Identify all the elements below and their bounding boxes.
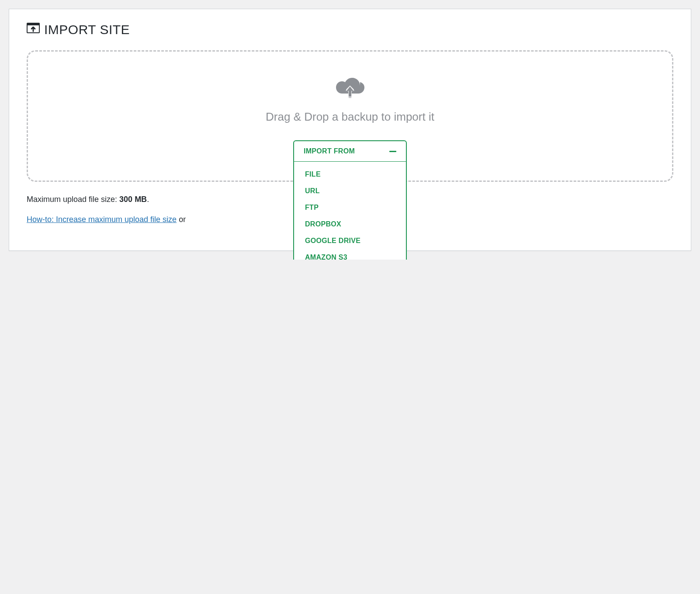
import-option-amazon-s3[interactable]: AMAZON S3 [294,249,406,260]
max-upload-label: Maximum upload file size: [27,195,119,204]
import-option-google-drive[interactable]: GOOGLE DRIVE [294,233,406,249]
import-option-ftp[interactable]: FTP [294,199,406,216]
import-icon [27,23,40,37]
import-from-dropdown: IMPORT FROM FILE URL FTP DROPBOX GOOGLE … [293,140,407,260]
panel-header: IMPORT SITE [27,22,673,37]
help-or-text: or [177,215,186,224]
period: . [147,195,149,204]
import-site-panel: IMPORT SITE Drag & Drop a backup to impo… [9,9,691,251]
import-from-label: IMPORT FROM [304,147,355,155]
panel-title: IMPORT SITE [44,22,130,37]
import-option-file[interactable]: FILE [294,166,406,183]
cloud-upload-icon [334,73,367,101]
import-option-dropbox[interactable]: DROPBOX [294,216,406,233]
import-from-toggle[interactable]: IMPORT FROM [294,141,406,162]
max-upload-value: 300 MB [119,195,147,204]
import-options-list: FILE URL FTP DROPBOX GOOGLE DRIVE AMAZON… [294,162,406,260]
import-option-url[interactable]: URL [294,183,406,199]
increase-size-link[interactable]: How-to: Increase maximum upload file siz… [27,215,177,224]
minus-icon [389,151,396,152]
dropzone-text: Drag & Drop a backup to import it [37,110,663,124]
svg-rect-1 [27,23,39,25]
